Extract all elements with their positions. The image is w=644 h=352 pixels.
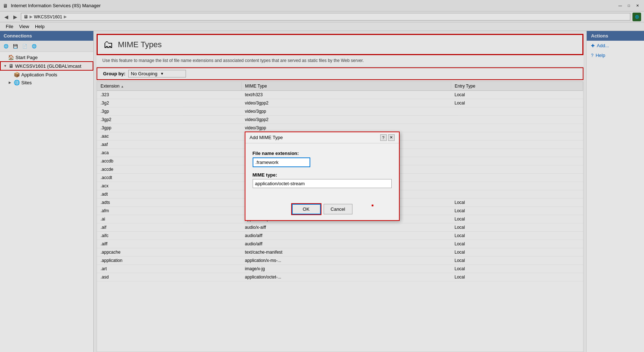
ok-button[interactable]: OK — [292, 204, 321, 214]
file-ext-label: File name extension: — [253, 151, 392, 156]
modal-title: Add MIME Type — [250, 135, 283, 140]
modal-title-buttons: ? ✕ — [380, 134, 395, 141]
modal-help-button[interactable]: ? — [380, 134, 387, 141]
mime-type-group: MIME type: — [253, 172, 392, 188]
file-ext-input[interactable] — [253, 157, 310, 167]
add-mime-type-dialog: Add MIME Type ? ✕ File name extension: M… — [245, 132, 400, 221]
file-ext-group: File name extension: — [253, 151, 392, 167]
cancel-button[interactable]: Cancel — [324, 204, 352, 214]
modal-body: File name extension: MIME type: — [245, 143, 399, 200]
modal-footer: OK Cancel — [245, 200, 399, 220]
modal-title-bar: Add MIME Type ? ✕ — [245, 132, 399, 143]
modal-overlay: Add MIME Type ? ✕ File name extension: M… — [0, 0, 644, 352]
modal-close-button[interactable]: ✕ — [388, 134, 395, 141]
mime-type-label: MIME type: — [253, 172, 392, 178]
mime-type-input[interactable] — [253, 179, 392, 188]
